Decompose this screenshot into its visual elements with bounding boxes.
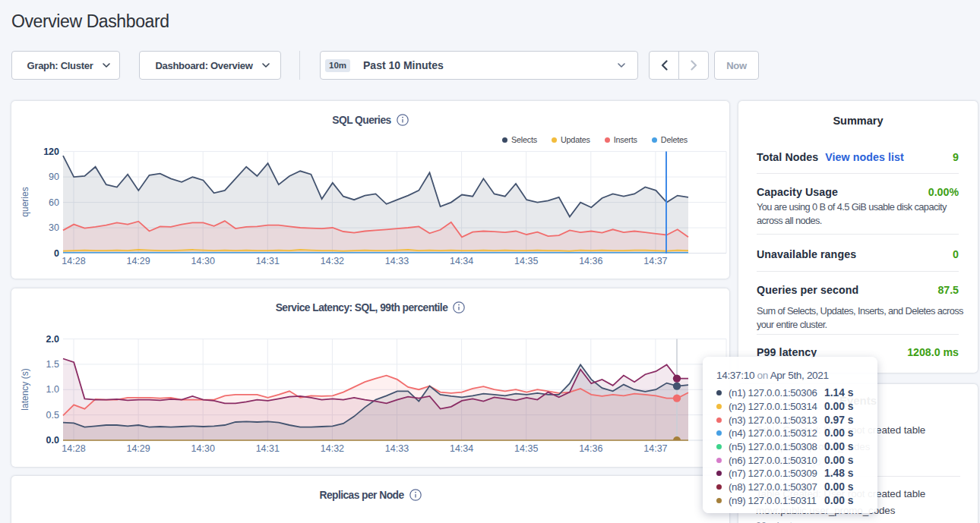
svg-text:14:34: 14:34 — [450, 443, 473, 454]
svg-text:14:28: 14:28 — [62, 256, 85, 266]
svg-text:1.0: 1.0 — [46, 384, 59, 395]
svg-text:30: 30 — [49, 222, 59, 233]
svg-text:0: 0 — [54, 248, 59, 259]
svg-text:14:31: 14:31 — [256, 256, 280, 266]
svg-text:14:31: 14:31 — [256, 443, 280, 454]
svg-text:14:33: 14:33 — [385, 443, 409, 454]
svg-text:2.0: 2.0 — [46, 334, 59, 345]
svg-text:0.5: 0.5 — [46, 410, 59, 421]
svg-text:14:30: 14:30 — [191, 256, 215, 266]
svg-text:14:32: 14:32 — [321, 443, 344, 454]
svg-text:14:36: 14:36 — [579, 443, 602, 454]
svg-text:queries: queries — [20, 187, 30, 216]
svg-text:60: 60 — [49, 197, 59, 208]
svg-text:120: 120 — [43, 147, 59, 157]
svg-text:14:33: 14:33 — [385, 256, 409, 266]
svg-text:14:37: 14:37 — [643, 443, 667, 454]
svg-text:14:35: 14:35 — [514, 256, 538, 266]
svg-text:90: 90 — [49, 172, 59, 182]
svg-text:0.0: 0.0 — [46, 435, 59, 446]
svg-text:14:34: 14:34 — [450, 256, 473, 266]
svg-text:14:35: 14:35 — [514, 443, 538, 454]
svg-text:14:37: 14:37 — [643, 256, 667, 266]
svg-text:14:36: 14:36 — [579, 256, 602, 266]
svg-text:1.5: 1.5 — [46, 359, 59, 370]
svg-text:latency (s): latency (s) — [20, 368, 30, 410]
svg-text:14:32: 14:32 — [321, 256, 344, 266]
svg-text:14:30: 14:30 — [191, 443, 215, 454]
svg-text:14:29: 14:29 — [126, 256, 150, 266]
svg-text:14:28: 14:28 — [62, 443, 85, 454]
svg-text:14:29: 14:29 — [126, 443, 150, 454]
